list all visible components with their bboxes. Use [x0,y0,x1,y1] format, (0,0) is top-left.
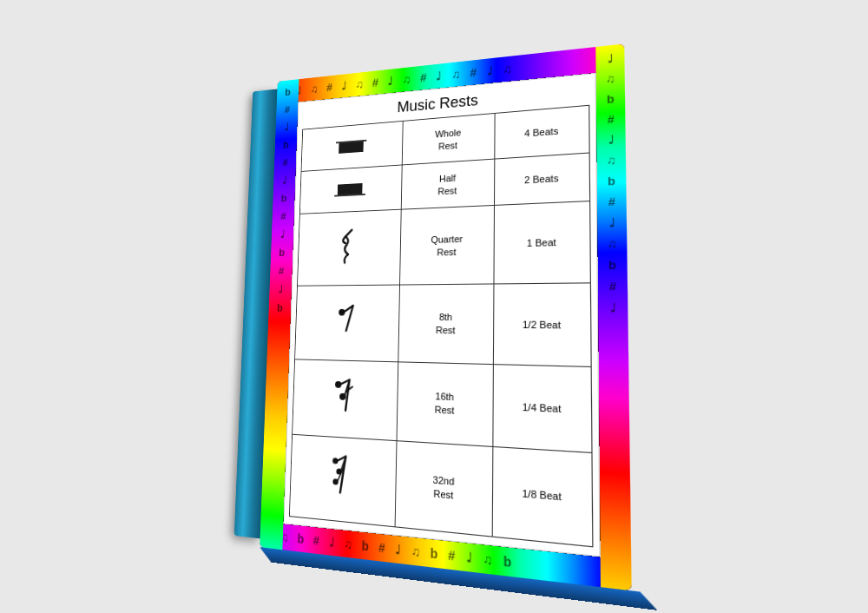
quarter-rest-name: QuarterRest [400,206,495,286]
whole-rest-symbol [301,121,403,171]
whole-rest-value: 4 Beats [495,105,589,159]
thirtysecond-rest-name: 32ndRest [395,441,493,537]
eighth-rest-value: 1/2 Beat [494,283,591,367]
thirtysecond-rest-symbol [289,434,397,526]
quarter-rest-svg [334,226,363,264]
quarter-rest-symbol [297,209,401,286]
binder: # ♩ ♫ # ♩ ♫ # ♩ ♫ # ♩ ♫ # ♩ ♫ ♩ ♫ b # ♩ … [260,43,632,590]
half-rest-value: 2 Beats [495,153,590,205]
eighth-rest-name: 8thRest [398,284,495,365]
thirtysecond-rest-value: 1/8 Beat [493,447,593,547]
right-symbols: ♩♫b#♩♫b#♩♫b#♩ [605,45,618,323]
half-rest-name: HalfRest [401,159,495,209]
content-inner: Music Rests WholeRest [284,74,599,556]
eighth-rest-svg [332,300,361,339]
scene: # ♩ ♫ # ♩ ♫ # ♩ ♫ # ♩ ♫ # ♩ ♫ ♩ ♫ b # ♩ … [217,37,651,576]
sixteenth-rest-value: 1/4 Beat [493,365,592,453]
border-right: ♩♫b#♩♫b#♩♫b#♩ [595,43,631,590]
sixteenth-rest-symbol [293,359,398,441]
quarter-rest-value: 1 Beat [494,201,590,284]
sixteenth-rest-name: 16thRest [397,362,494,447]
thirtysecond-rest-svg [327,453,358,499]
table-row: 8thRest 1/2 Beat [295,283,592,367]
table-row: QuarterRest 1 Beat [297,201,590,287]
eighth-rest-symbol [295,285,400,362]
rest-table: WholeRest 4 Beats HalfRest [289,105,594,548]
half-rest-symbol [299,165,402,214]
whole-rest-name: WholeRest [402,113,495,165]
sixteenth-rest-svg [330,376,359,417]
left-symbols: b#♩b#♩b#♩b#♩b [276,80,291,320]
content-area: Music Rests WholeRest [283,73,600,557]
